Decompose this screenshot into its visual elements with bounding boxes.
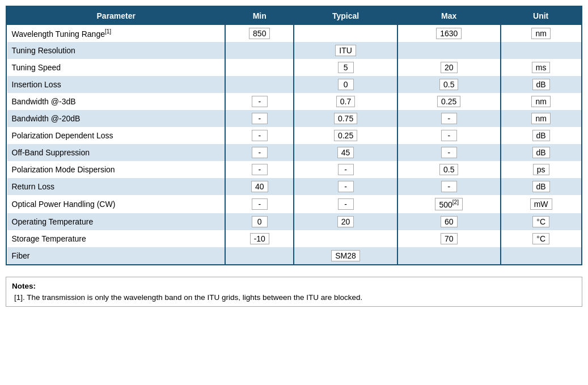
notes-items: [1]. The transmission is only the wavele… bbox=[12, 293, 576, 302]
table-body: Wavelength Tuning Range[1]8501630nmTunin… bbox=[7, 25, 581, 264]
table-row: Insertion Loss00.5dB bbox=[7, 76, 581, 93]
table-row: Storage Temperature-1070°C bbox=[7, 230, 581, 247]
cell-param: Fiber bbox=[7, 247, 226, 264]
cell-param: Storage Temperature bbox=[7, 230, 226, 247]
cell-max bbox=[397, 42, 501, 59]
cell-max: - bbox=[397, 178, 501, 195]
cell-unit bbox=[501, 247, 581, 264]
cell-typical: 45 bbox=[294, 144, 397, 161]
min-value: 40 bbox=[251, 181, 268, 192]
notes-section: Notes: [1]. The transmission is only the… bbox=[6, 277, 582, 307]
table-row: Polarization Dependent Loss-0.25-dB bbox=[7, 127, 581, 144]
cell-min: - bbox=[225, 110, 294, 127]
cell-typical: - bbox=[294, 178, 397, 195]
spec-table-wrapper: Parameter Min Typical Max Unit Wavelengt… bbox=[6, 6, 582, 265]
table-row: Optical Power Handling (CW)--500[2]mW bbox=[7, 195, 581, 213]
cell-max: 500[2] bbox=[397, 195, 501, 213]
table-row: Tuning Speed520ms bbox=[7, 59, 581, 76]
cell-min: - bbox=[225, 93, 294, 110]
table-row: Off-Band Suppression-45-dB bbox=[7, 144, 581, 161]
unit-value: dB bbox=[532, 79, 550, 90]
cell-typical bbox=[294, 25, 397, 43]
unit-value: dB bbox=[532, 130, 550, 141]
cell-unit: dB bbox=[501, 127, 581, 144]
typical-value: 5 bbox=[338, 62, 354, 73]
table-row: Bandwidth @-3dB-0.70.25nm bbox=[7, 93, 581, 110]
unit-value: °C bbox=[532, 216, 549, 227]
unit-value: ps bbox=[533, 164, 549, 175]
max-value: - bbox=[441, 130, 457, 141]
table-header-row: Parameter Min Typical Max Unit bbox=[7, 7, 581, 25]
header-min: Min bbox=[225, 7, 294, 25]
cell-typical: 0.25 bbox=[294, 127, 397, 144]
cell-min bbox=[225, 42, 294, 59]
table-row: Polarization Mode Dispersion--0.5ps bbox=[7, 161, 581, 178]
typical-value: 0.25 bbox=[334, 130, 357, 141]
cell-typical: SM28 bbox=[294, 247, 397, 264]
cell-max: - bbox=[397, 144, 501, 161]
max-value: 60 bbox=[441, 216, 458, 227]
unit-value: dB bbox=[532, 147, 550, 158]
cell-max bbox=[397, 247, 501, 264]
header-typical: Typical bbox=[294, 7, 397, 25]
typical-value: ITU bbox=[335, 45, 356, 56]
cell-typical bbox=[294, 230, 397, 247]
typical-value: - bbox=[338, 164, 354, 175]
max-value: 0.5 bbox=[439, 79, 458, 90]
max-value: - bbox=[441, 181, 457, 192]
min-value: - bbox=[252, 198, 268, 210]
cell-max: 0.25 bbox=[397, 93, 501, 110]
cell-typical: 0.7 bbox=[294, 93, 397, 110]
cell-unit: °C bbox=[501, 230, 581, 247]
cell-unit: nm bbox=[501, 110, 581, 127]
cell-param: Operating Temperature bbox=[7, 213, 226, 230]
cell-param: Bandwidth @-20dB bbox=[7, 110, 226, 127]
cell-typical: 20 bbox=[294, 213, 397, 230]
cell-param: Insertion Loss bbox=[7, 76, 226, 93]
cell-unit: °C bbox=[501, 213, 581, 230]
cell-param: Tuning Resolution bbox=[7, 42, 226, 59]
cell-typical: - bbox=[294, 195, 397, 213]
cell-typical: - bbox=[294, 161, 397, 178]
cell-param: Return Loss bbox=[7, 178, 226, 195]
cell-param: Off-Band Suppression bbox=[7, 144, 226, 161]
cell-min: 850 bbox=[225, 25, 294, 43]
typical-value: - bbox=[338, 181, 354, 192]
cell-max: 70 bbox=[397, 230, 501, 247]
table-row: Operating Temperature02060°C bbox=[7, 213, 581, 230]
unit-value: dB bbox=[532, 181, 550, 192]
min-value: 0 bbox=[252, 216, 268, 227]
cell-unit: nm bbox=[501, 25, 581, 43]
cell-param: Wavelength Tuning Range[1] bbox=[7, 25, 226, 43]
cell-typical: ITU bbox=[294, 42, 397, 59]
notes-title: Notes: bbox=[12, 282, 576, 290]
table-row: Return Loss40--dB bbox=[7, 178, 581, 195]
typical-value: 0.75 bbox=[334, 113, 357, 124]
max-value: 70 bbox=[441, 233, 458, 244]
cell-min: - bbox=[225, 127, 294, 144]
spec-table: Parameter Min Typical Max Unit Wavelengt… bbox=[7, 7, 581, 264]
cell-typical: 0.75 bbox=[294, 110, 397, 127]
cell-min: -10 bbox=[225, 230, 294, 247]
table-row: Wavelength Tuning Range[1]8501630nm bbox=[7, 25, 581, 43]
cell-param: Optical Power Handling (CW) bbox=[7, 195, 226, 213]
header-parameter: Parameter bbox=[7, 7, 226, 25]
unit-value: mW bbox=[530, 198, 552, 210]
min-value: 850 bbox=[249, 28, 270, 39]
cell-min: 40 bbox=[225, 178, 294, 195]
table-row: FiberSM28 bbox=[7, 247, 581, 264]
cell-typical: 5 bbox=[294, 59, 397, 76]
typical-value: 20 bbox=[337, 216, 354, 227]
cell-min: 0 bbox=[225, 213, 294, 230]
cell-unit: dB bbox=[501, 76, 581, 93]
cell-min bbox=[225, 247, 294, 264]
min-value: - bbox=[252, 147, 268, 158]
typical-value: 45 bbox=[337, 147, 354, 158]
cell-unit: dB bbox=[501, 144, 581, 161]
cell-unit: ps bbox=[501, 161, 581, 178]
max-value: 20 bbox=[441, 62, 458, 73]
min-value: - bbox=[252, 113, 268, 124]
unit-value: nm bbox=[531, 28, 550, 39]
max-value: 500[2] bbox=[435, 198, 462, 210]
cell-unit: mW bbox=[501, 195, 581, 213]
